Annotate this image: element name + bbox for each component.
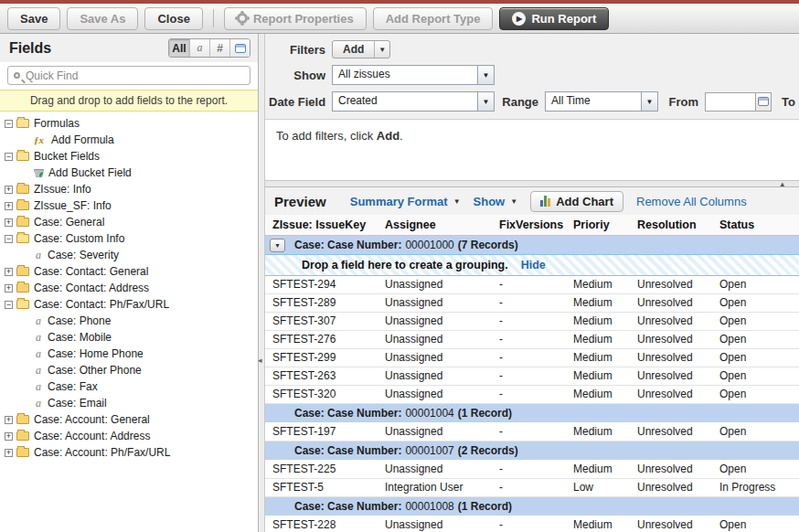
record-row-sftest-276[interactable]: SFTEST-276Unassigned-MediumUnresolvedOpe… (265, 330, 799, 348)
tree-item-case-account-ph-fax-url[interactable]: +Case: Account: Ph/Fax/URL (0, 444, 258, 461)
cell: Low (573, 478, 637, 496)
expand-box-icon[interactable]: + (5, 186, 13, 194)
tree-item-case-custom-info[interactable]: −Case: Custom Info (0, 230, 258, 247)
record-row-sftest-307[interactable]: SFTEST-307Unassigned-MediumUnresolvedOpe… (265, 312, 799, 330)
group-menu-button[interactable]: ▼ (270, 239, 285, 252)
tree-item-add-bucket-field[interactable]: Add Bucket Field (0, 165, 258, 181)
cell: Open (719, 293, 799, 312)
column-header-resolution[interactable]: Resolution (637, 215, 719, 235)
tree-item-zissue-info[interactable]: +ZIssue: Info (0, 181, 258, 197)
column-header-zissue-issuekey[interactable]: ZIssue: IssueKey (265, 215, 385, 235)
expand-box-icon[interactable]: + (5, 268, 13, 276)
fields-panel: Fields All a # Drag and drop to add fiel… (0, 34, 259, 532)
group-row-00001008[interactable]: Case: Case Number:00001008(1 Record) (265, 496, 799, 516)
folder-icon (16, 448, 29, 457)
show-select[interactable]: All zissues ▼ (332, 65, 495, 85)
report-properties-button[interactable]: Report Properties (224, 7, 367, 30)
cell: Integration User (385, 478, 499, 496)
tree-item-case-severity[interactable]: aCase: Severity (0, 247, 258, 263)
cell: Medium (573, 312, 637, 330)
tree-item-zissue-sf-info[interactable]: +ZIssue_SF: Info (0, 197, 258, 214)
record-row-sftest-197[interactable]: SFTEST-197Unassigned-MediumUnresolvedOpe… (265, 422, 799, 441)
add-chart-button[interactable]: Add Chart (530, 191, 623, 212)
record-row-sftest-228[interactable]: SFTEST-228Unassigned-MediumUnresolvedOpe… (265, 516, 799, 532)
chevron-up-icon[interactable]: ▴ (780, 179, 784, 188)
range-select[interactable]: All Time ▼ (545, 91, 658, 112)
column-header-assignee[interactable]: Assignee (385, 215, 499, 235)
chevron-left-icon[interactable]: ◂ (258, 356, 262, 365)
tree-item-add-formula[interactable]: ƒxAdd Formula (0, 132, 258, 148)
filter-date-button[interactable] (229, 39, 250, 57)
record-row-sftest-320[interactable]: SFTEST-320Unassigned-MediumUnresolvedOpe… (265, 385, 799, 403)
column-header-fixversions[interactable]: FixVersions (499, 215, 573, 235)
chevron-down-icon[interactable]: ▼ (374, 41, 389, 58)
cell: Unassigned (385, 422, 499, 441)
hide-link[interactable]: Hide (521, 259, 546, 271)
chevron-down-icon[interactable]: ▼ (477, 66, 494, 84)
filter-number-button[interactable]: # (209, 39, 229, 57)
group-row-00001004[interactable]: Case: Case Number:00001004(1 Record) (265, 403, 799, 422)
close-button[interactable]: Close (144, 7, 202, 30)
save-button[interactable]: Save (7, 7, 60, 30)
tree-item-case-contact-general[interactable]: +Case: Contact: General (0, 263, 258, 280)
column-header-status[interactable]: Status (719, 215, 799, 235)
tree-item-case-general[interactable]: +Case: General (0, 214, 258, 230)
chevron-down-icon[interactable]: ▼ (477, 92, 494, 111)
filter-text-button[interactable]: a (189, 39, 209, 57)
save-as-button[interactable]: Save As (67, 7, 138, 30)
tree-item-case-contact-ph-fax-url[interactable]: −Case: Contact: Ph/Fax/URL (0, 296, 258, 313)
show-menu[interactable]: Show (474, 195, 506, 208)
tree-item-formulas[interactable]: −Formulas (0, 115, 258, 132)
expand-box-icon[interactable]: + (5, 449, 13, 457)
column-header-prioriy[interactable]: Prioriy (573, 215, 637, 235)
add-report-type-button[interactable]: Add Report Type (373, 7, 494, 30)
record-row-sftest-289[interactable]: SFTEST-289Unassigned-MediumUnresolvedOpe… (265, 293, 799, 312)
tree-item-case-other-phone[interactable]: aCase: Other Phone (0, 362, 258, 378)
collapse-box-icon[interactable]: − (5, 120, 13, 128)
record-row-sftest-225[interactable]: SFTEST-225Unassigned-MediumUnresolvedOpe… (265, 460, 799, 478)
tree-item-case-contact-address[interactable]: +Case: Contact: Address (0, 280, 258, 296)
from-calendar-button[interactable] (755, 92, 772, 112)
horizontal-splitter[interactable]: ▴ (265, 180, 799, 187)
quick-find-input[interactable] (26, 69, 244, 82)
add-filter-button[interactable]: Add ▼ (332, 40, 390, 59)
grouping-dropzone[interactable]: Drop a field here to create a grouping.H… (265, 254, 799, 275)
tree-item-case-phone[interactable]: aCase: Phone (0, 313, 258, 329)
collapse-box-icon[interactable]: − (5, 301, 13, 309)
expand-box-icon[interactable]: + (5, 432, 13, 441)
tree-item-case-home-phone[interactable]: aCase: Home Phone (0, 346, 258, 362)
run-report-button[interactable]: ▶ Run Report (499, 7, 609, 30)
expand-box-icon[interactable]: + (5, 202, 13, 210)
chevron-down-icon[interactable]: ▼ (453, 197, 461, 206)
collapse-box-icon[interactable]: − (5, 235, 13, 243)
tree-item-case-account-address[interactable]: +Case: Account: Address (0, 428, 258, 444)
cell: - (499, 460, 573, 478)
cell: - (499, 516, 573, 532)
expand-box-icon[interactable]: + (5, 416, 13, 424)
tree-item-case-mobile[interactable]: aCase: Mobile (0, 329, 258, 346)
vertical-splitter[interactable]: ◂ (259, 34, 265, 532)
tree-item-case-email[interactable]: aCase: Email (0, 395, 258, 411)
summary-format-menu[interactable]: Summary Format (350, 195, 448, 208)
chevron-down-icon[interactable]: ▼ (510, 197, 517, 206)
group-row-00001000[interactable]: ▼Case: Case Number:00001000(7 Records) (265, 235, 799, 254)
record-row-sftest-294[interactable]: SFTEST-294Unassigned-MediumUnresolvedOpe… (265, 275, 799, 293)
date-field-select[interactable]: Created ▼ (332, 91, 495, 112)
remove-all-columns-link[interactable]: Remove All Columns (636, 195, 747, 208)
expand-box-icon[interactable]: + (5, 284, 13, 293)
tree-item-bucket-fields[interactable]: −Bucket Fields (0, 148, 258, 165)
tree-item-case-account-general[interactable]: +Case: Account: General (0, 411, 258, 428)
record-row-sftest-5[interactable]: SFTEST-5Integration User-LowUnresolvedIn… (265, 478, 799, 496)
expand-box-icon[interactable]: + (5, 218, 13, 227)
tree-item-case-fax[interactable]: aCase: Fax (0, 378, 258, 395)
record-row-sftest-299[interactable]: SFTEST-299Unassigned-MediumUnresolvedOpe… (265, 348, 799, 367)
chevron-down-icon[interactable]: ▼ (641, 92, 657, 111)
cell: Unresolved (637, 367, 719, 385)
cell: - (499, 422, 573, 441)
record-row-sftest-263[interactable]: SFTEST-263Unassigned-MediumUnresolvedOpe… (265, 367, 799, 385)
filter-all-button[interactable]: All (169, 39, 189, 57)
from-date-input[interactable] (705, 92, 755, 112)
group-row-00001007[interactable]: Case: Case Number:00001007(2 Records) (265, 441, 799, 460)
collapse-box-icon[interactable]: − (5, 153, 13, 161)
dropzone-text: Drop a field here to create a grouping. (302, 259, 508, 271)
